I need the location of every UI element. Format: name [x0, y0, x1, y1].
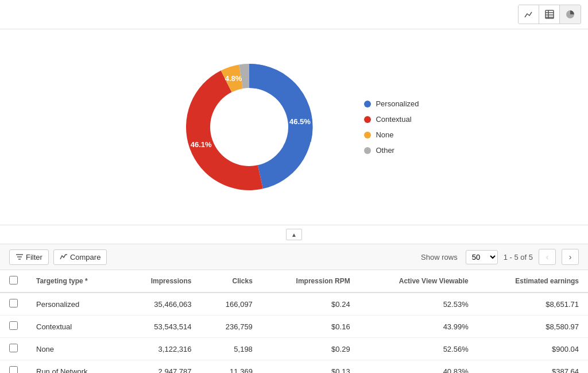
table-row: Contextual53,543,514236,759$0.1643.99%$8…: [0, 316, 588, 338]
table-body: Personalized35,466,063166,097$0.2452.53%…: [0, 293, 588, 373]
view-table-button[interactable]: [539, 5, 560, 24]
cell-active_view_viewable: 52.56%: [359, 338, 478, 360]
chart-legend: Personalized Contextual None Other: [364, 99, 419, 155]
donut-chart: 46.5%46.1%4.8%: [169, 47, 330, 207]
col-header-clicks[interactable]: Clicks: [200, 270, 261, 293]
cell-clicks: 5,198: [200, 338, 261, 360]
cell-targeting_type: Contextual: [27, 316, 121, 338]
pagination-info: 1 - 5 of 5: [504, 253, 533, 262]
col-header-impressions[interactable]: Impressions: [121, 270, 200, 293]
legend-dot-personalized: [364, 101, 371, 107]
filter-button[interactable]: Filter: [9, 249, 49, 265]
row-checkbox-cell[interactable]: [0, 316, 27, 338]
legend-dot-contextual: [364, 116, 371, 123]
toolbar-left: Filter Compare: [9, 249, 107, 265]
cell-impression_rpm: $0.16: [262, 316, 359, 338]
cell-active_view_viewable: 40.83%: [359, 360, 478, 374]
table-row: None3,122,3165,198$0.2952.56%$900.04: [0, 338, 588, 360]
select-all-header[interactable]: [0, 270, 27, 293]
cell-clicks: 11,369: [200, 360, 261, 374]
cell-estimated_earnings: $900.04: [478, 338, 588, 360]
pagination-prev-button[interactable]: ‹: [539, 249, 556, 265]
row-checkbox[interactable]: [9, 344, 18, 352]
view-toggle-group: [518, 5, 581, 24]
cell-impression_rpm: $0.13: [262, 360, 359, 374]
cell-active_view_viewable: 43.99%: [359, 316, 478, 338]
cell-clicks: 236,759: [200, 316, 261, 338]
compare-button[interactable]: Compare: [53, 249, 107, 265]
table-toolbar: Filter Compare Show rows 50 100 200 1 - …: [0, 244, 588, 270]
view-toolbar: [0, 0, 588, 29]
legend-item-other: Other: [364, 146, 419, 155]
table-container: Filter Compare Show rows 50 100 200 1 - …: [0, 244, 588, 373]
cell-impressions: 2,947,787: [121, 360, 200, 374]
cell-impression_rpm: $0.24: [262, 293, 359, 316]
legend-item-none: None: [364, 130, 419, 139]
row-checkbox[interactable]: [9, 366, 18, 373]
legend-item-personalized: Personalized: [364, 99, 419, 108]
legend-item-contextual: Contextual: [364, 115, 419, 124]
row-checkbox[interactable]: [9, 299, 18, 307]
row-checkbox[interactable]: [9, 321, 18, 330]
divider-row: ▲: [0, 225, 588, 244]
chart-label-none: 4.8%: [225, 74, 242, 83]
table-row: Run of Network2,947,78711,369$0.1340.83%…: [0, 360, 588, 374]
row-checkbox-cell[interactable]: [0, 360, 27, 374]
chart-area: 46.5%46.1%4.8% Personalized Contextual N…: [0, 29, 588, 225]
cell-estimated_earnings: $387.64: [478, 360, 588, 374]
filter-label: Filter: [26, 253, 42, 262]
cell-impression_rpm: $0.29: [262, 338, 359, 360]
data-table: Targeting type * Impressions Clicks Impr…: [0, 270, 588, 373]
legend-dot-none: [364, 132, 371, 139]
cell-impressions: 53,543,514: [121, 316, 200, 338]
view-pie-button[interactable]: [560, 5, 581, 24]
compare-label: Compare: [70, 253, 100, 262]
rows-per-page-select[interactable]: 50 100 200: [466, 250, 498, 264]
collapse-button[interactable]: ▲: [286, 229, 302, 240]
cell-estimated_earnings: $8,580.97: [478, 316, 588, 338]
view-line-button[interactable]: [519, 5, 539, 24]
chart-label-contextual: 46.1%: [191, 140, 212, 149]
row-checkbox-cell[interactable]: [0, 293, 27, 316]
cell-impressions: 3,122,316: [121, 338, 200, 360]
pagination-next-button[interactable]: ›: [562, 249, 579, 265]
cell-estimated_earnings: $8,651.71: [478, 293, 588, 316]
col-header-active-view[interactable]: Active View Viewable: [359, 270, 478, 293]
cell-active_view_viewable: 52.53%: [359, 293, 478, 316]
legend-label-contextual: Contextual: [376, 115, 411, 124]
cell-targeting_type: None: [27, 338, 121, 360]
col-header-targeting-type[interactable]: Targeting type *: [27, 270, 121, 293]
col-header-impression-rpm[interactable]: Impression RPM: [262, 270, 359, 293]
select-all-checkbox[interactable]: [9, 276, 18, 284]
table-row: Personalized35,466,063166,097$0.2452.53%…: [0, 293, 588, 316]
legend-dot-other: [364, 147, 371, 154]
cell-impressions: 35,466,063: [121, 293, 200, 316]
row-checkbox-cell[interactable]: [0, 338, 27, 360]
legend-label-personalized: Personalized: [376, 99, 419, 108]
toolbar-right: Show rows 50 100 200 1 - 5 of 5 ‹ ›: [421, 249, 579, 265]
cell-targeting_type: Run of Network: [27, 360, 121, 374]
compare-icon: [60, 253, 68, 261]
cell-clicks: 166,097: [200, 293, 261, 316]
table-header-row: Targeting type * Impressions Clicks Impr…: [0, 270, 588, 293]
chart-label-personalized: 46.5%: [289, 117, 311, 126]
cell-targeting_type: Personalized: [27, 293, 121, 316]
legend-label-other: Other: [376, 146, 394, 155]
col-header-earnings[interactable]: Estimated earnings: [478, 270, 588, 293]
show-rows-label: Show rows: [421, 253, 458, 262]
filter-icon: [16, 253, 24, 261]
legend-label-none: None: [376, 130, 393, 139]
